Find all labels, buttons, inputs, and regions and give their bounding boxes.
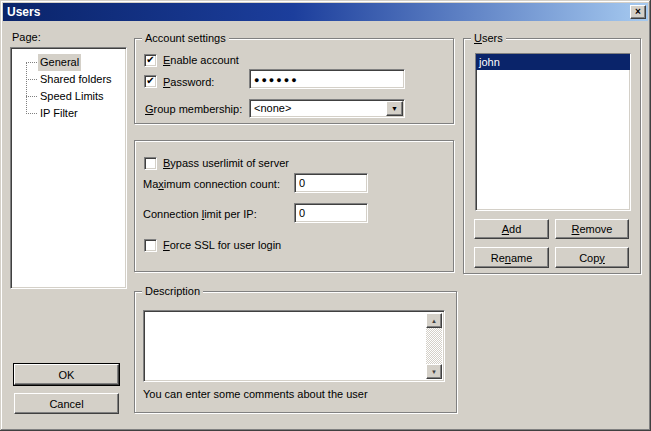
arrow-down-icon: ▼: [431, 369, 437, 375]
page-tree: General Shared folders Speed Limits IP F…: [10, 47, 127, 289]
ok-button[interactable]: OK: [14, 364, 119, 385]
tree-connector: [26, 96, 37, 97]
add-user-button[interactable]: Add: [474, 219, 549, 239]
group-membership-select[interactable]: <none> ▼: [249, 99, 405, 118]
tree-connector: [26, 62, 37, 63]
force-ssl-label[interactable]: Force SSL for user login: [163, 239, 281, 252]
password-input[interactable]: [249, 69, 405, 89]
rename-user-button[interactable]: Rename: [474, 247, 549, 268]
connection-limit-per-ip-label: Connection limit per IP:: [143, 208, 257, 221]
user-name: john: [479, 56, 500, 68]
combo-arrow-button[interactable]: ▼: [386, 101, 403, 116]
tree-item-label: Speed Limits: [38, 88, 106, 105]
users-dialog: Users × Page: General Shared folders Spe…: [0, 0, 651, 431]
cancel-button[interactable]: Cancel: [14, 393, 119, 414]
description-textarea[interactable]: ▲ ▼: [143, 310, 445, 382]
check-icon: ✔: [146, 76, 154, 86]
password-checkbox[interactable]: ✔: [144, 75, 157, 88]
close-icon: ×: [635, 7, 641, 17]
tree-connector: [26, 113, 37, 114]
users-listbox: john: [475, 53, 631, 211]
tree-connector: [26, 79, 37, 80]
bypass-userlimit-checkbox[interactable]: [144, 157, 157, 170]
tree-item-label: Shared folders: [38, 71, 114, 88]
check-icon: ✔: [146, 55, 154, 65]
tree-item-ip-filter[interactable]: IP Filter: [11, 105, 126, 122]
window-title: Users: [7, 5, 40, 19]
title-bar: Users ×: [3, 3, 648, 21]
users-group: Users john Add Remove Rename Copy: [463, 38, 641, 274]
remove-user-button[interactable]: Remove: [555, 219, 629, 239]
bypass-userlimit-label[interactable]: Bypass userlimit of server: [163, 157, 289, 170]
description-group: Description ▲ ▼ You can enter some comme…: [134, 291, 457, 413]
copy-user-button[interactable]: Copy: [555, 247, 629, 268]
group-membership-label: Group membership:: [145, 103, 242, 116]
scroll-down-button[interactable]: ▼: [426, 364, 442, 379]
limits-group: Bypass userlimit of server Maximum conne…: [134, 140, 454, 272]
description-note: You can enter some comments about the us…: [143, 388, 368, 401]
page-label: Page:: [12, 31, 41, 44]
tree-item-speed-limits[interactable]: Speed Limits: [11, 88, 126, 105]
max-connection-count-label: Maximum connection count:: [143, 178, 280, 191]
account-settings-caption: Account settings: [142, 32, 229, 45]
scroll-up-button[interactable]: ▲: [426, 313, 442, 328]
force-ssl-checkbox[interactable]: [144, 239, 157, 252]
enable-account-checkbox[interactable]: ✔: [144, 54, 157, 67]
close-button[interactable]: ×: [630, 5, 646, 19]
connection-limit-per-ip-input[interactable]: [294, 203, 368, 223]
account-settings-group: Account settings ✔ Enable account ✔ Pass…: [134, 38, 454, 124]
arrow-up-icon: ▲: [431, 318, 437, 324]
enable-account-label[interactable]: Enable account: [163, 54, 239, 67]
password-label[interactable]: Password:: [163, 76, 214, 89]
tree-item-shared-folders[interactable]: Shared folders: [11, 71, 126, 88]
max-connection-count-input[interactable]: [294, 173, 368, 193]
chevron-down-icon: ▼: [391, 105, 398, 112]
description-caption: Description: [142, 285, 203, 298]
tree-item-general[interactable]: General: [11, 54, 126, 71]
tree-item-label: General: [38, 54, 81, 71]
users-caption: Users: [471, 32, 506, 45]
tree-item-label: IP Filter: [38, 105, 80, 122]
scrollbar-track[interactable]: ▲ ▼: [426, 313, 442, 379]
user-list-item[interactable]: john: [476, 54, 630, 70]
group-membership-value: <none>: [254, 102, 291, 114]
